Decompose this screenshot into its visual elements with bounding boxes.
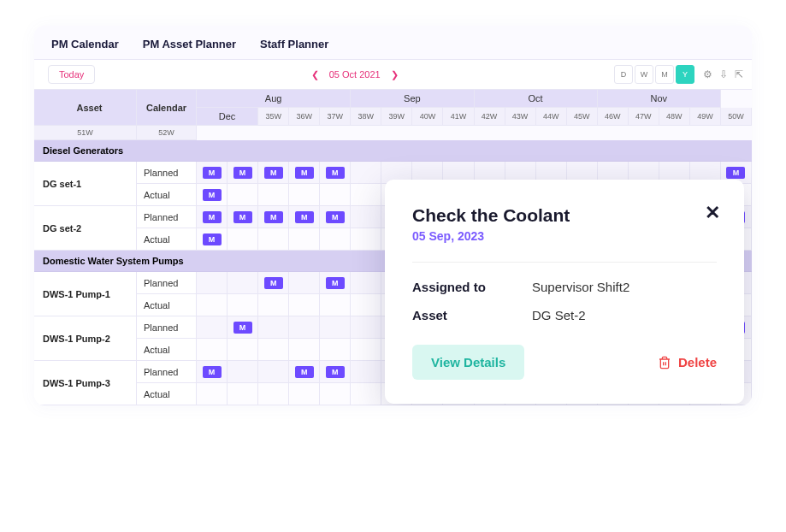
view-details-button[interactable]: View Details	[412, 345, 524, 380]
slot[interactable]: M	[289, 162, 320, 184]
view-btn-y[interactable]: Y	[676, 65, 694, 84]
tab-pm-asset-planner[interactable]: PM Asset Planner	[143, 38, 236, 50]
slot[interactable]	[197, 383, 228, 405]
slot[interactable]	[228, 383, 258, 405]
task-chip[interactable]: M	[295, 167, 314, 179]
task-chip[interactable]: M	[295, 211, 314, 223]
slot[interactable]	[320, 294, 351, 316]
slot[interactable]	[258, 184, 289, 206]
slot[interactable]	[258, 316, 289, 339]
slot[interactable]	[289, 339, 320, 361]
slot[interactable]	[228, 184, 258, 206]
slot[interactable]	[197, 294, 228, 316]
task-chip[interactable]: M	[203, 189, 222, 201]
view-btn-m[interactable]: M	[655, 65, 674, 84]
task-chip[interactable]: M	[264, 167, 283, 179]
slot[interactable]	[258, 339, 289, 361]
tab-staff-planner[interactable]: Staff Planner	[260, 38, 328, 50]
download-icon[interactable]: ⇩	[719, 68, 728, 80]
slot[interactable]: M	[320, 272, 351, 294]
slot[interactable]	[320, 228, 351, 251]
slot[interactable]	[228, 361, 258, 383]
slot[interactable]	[197, 272, 228, 294]
slot[interactable]	[228, 294, 258, 316]
task-chip[interactable]: M	[726, 167, 745, 179]
current-date[interactable]: 05 Oct 2021	[329, 69, 381, 80]
slot[interactable]	[351, 162, 381, 184]
prev-arrow-icon[interactable]: ❮	[311, 69, 319, 80]
slot[interactable]	[351, 383, 381, 405]
next-arrow-icon[interactable]: ❯	[391, 69, 399, 80]
slot[interactable]	[197, 339, 228, 361]
slot[interactable]	[351, 339, 381, 361]
task-chip[interactable]: M	[203, 366, 222, 378]
task-chip[interactable]: M	[326, 366, 345, 378]
slot[interactable]	[320, 339, 351, 361]
slot[interactable]	[351, 228, 381, 251]
task-chip[interactable]: M	[203, 167, 222, 179]
slot[interactable]	[351, 361, 381, 383]
slot[interactable]: M	[197, 361, 228, 383]
task-chip[interactable]: M	[326, 167, 345, 179]
slot[interactable]: M	[197, 162, 228, 184]
view-btn-d[interactable]: D	[614, 65, 633, 84]
task-chip[interactable]: M	[264, 211, 283, 223]
row-type: Planned	[137, 206, 197, 228]
task-chip[interactable]: M	[264, 277, 283, 289]
slot[interactable]: M	[289, 206, 320, 228]
slot[interactable]	[258, 361, 289, 383]
slot[interactable]	[228, 228, 258, 251]
slot[interactable]	[228, 339, 258, 361]
slot[interactable]: M	[197, 184, 228, 206]
gear-icon[interactable]: ⚙	[703, 68, 712, 80]
slot[interactable]: M	[258, 206, 289, 228]
slot[interactable]: M	[320, 162, 351, 184]
task-chip[interactable]: M	[233, 211, 252, 223]
slot[interactable]: M	[289, 361, 320, 383]
view-btn-w[interactable]: W	[635, 65, 653, 84]
tab-pm-calendar[interactable]: PM Calendar	[51, 38, 119, 50]
week-header: 39W	[381, 108, 412, 126]
slot[interactable]	[351, 206, 381, 228]
expand-icon[interactable]: ⇱	[735, 68, 743, 80]
slot[interactable]	[258, 294, 289, 316]
slot[interactable]: M	[228, 206, 258, 228]
slot[interactable]	[289, 184, 320, 206]
slot[interactable]	[351, 294, 381, 316]
delete-button[interactable]: Delete	[658, 355, 717, 369]
slot[interactable]	[320, 316, 351, 339]
task-chip[interactable]: M	[233, 322, 252, 334]
task-chip[interactable]: M	[233, 167, 252, 179]
task-chip[interactable]: M	[203, 233, 222, 245]
slot[interactable]	[197, 316, 228, 339]
slot[interactable]	[351, 184, 381, 206]
close-icon[interactable]: ✕	[705, 202, 720, 224]
slot[interactable]	[289, 316, 320, 339]
slot[interactable]: M	[258, 272, 289, 294]
slot[interactable]: M	[197, 206, 228, 228]
slot[interactable]	[289, 272, 320, 294]
week-header: 48W	[659, 108, 690, 126]
asset-label: Asset	[412, 308, 532, 322]
task-chip[interactable]: M	[326, 277, 345, 289]
slot[interactable]: M	[197, 228, 228, 251]
slot[interactable]	[228, 272, 258, 294]
slot[interactable]	[351, 316, 381, 339]
slot[interactable]: M	[320, 361, 351, 383]
task-chip[interactable]: M	[326, 211, 345, 223]
task-chip[interactable]: M	[203, 211, 222, 223]
slot[interactable]: M	[258, 162, 289, 184]
slot[interactable]	[320, 184, 351, 206]
slot[interactable]	[258, 228, 289, 251]
slot[interactable]	[258, 383, 289, 405]
slot[interactable]	[289, 294, 320, 316]
today-button[interactable]: Today	[48, 65, 95, 84]
slot[interactable]	[320, 383, 351, 405]
slot[interactable]	[289, 383, 320, 405]
slot[interactable]: M	[320, 206, 351, 228]
slot[interactable]	[351, 272, 381, 294]
slot[interactable]	[289, 228, 320, 251]
task-chip[interactable]: M	[295, 366, 314, 378]
slot[interactable]: M	[228, 316, 258, 339]
slot[interactable]: M	[228, 162, 258, 184]
